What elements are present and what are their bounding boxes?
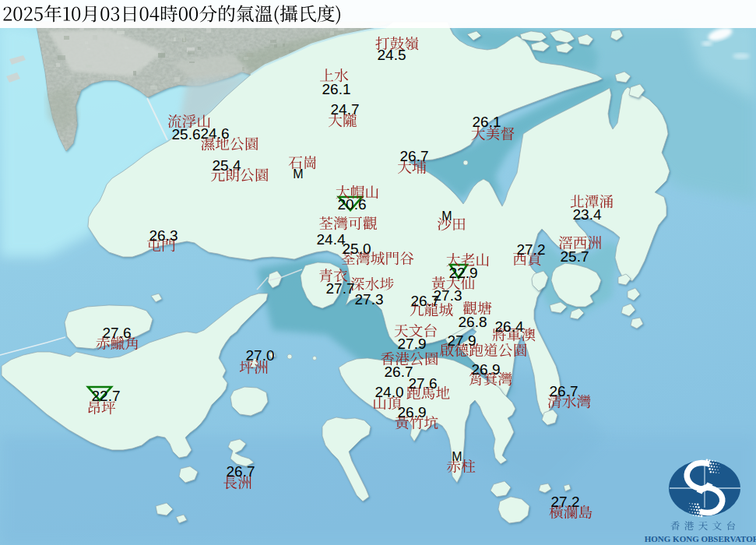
svg-text:27.7: 27.7 bbox=[326, 280, 355, 297]
svg-text:27.2: 27.2 bbox=[551, 494, 580, 510]
svg-text:26.8: 26.8 bbox=[459, 314, 487, 330]
svg-text:26.9: 26.9 bbox=[472, 361, 501, 378]
svg-text:26.7: 26.7 bbox=[400, 148, 429, 164]
svg-text:20.6: 20.6 bbox=[338, 196, 367, 213]
svg-text:26.7: 26.7 bbox=[411, 293, 440, 309]
svg-text:M: M bbox=[452, 450, 462, 463]
svg-text:M: M bbox=[441, 209, 452, 223]
svg-text:27.0: 27.0 bbox=[246, 347, 275, 364]
svg-text:27.2: 27.2 bbox=[517, 241, 546, 258]
svg-text:26.7: 26.7 bbox=[550, 383, 578, 399]
svg-text:25.0: 25.0 bbox=[343, 241, 371, 257]
svg-text:26.3: 26.3 bbox=[149, 227, 178, 244]
svg-text:M: M bbox=[293, 167, 303, 181]
svg-text:27.3: 27.3 bbox=[355, 291, 384, 308]
svg-text:27.6: 27.6 bbox=[103, 325, 132, 341]
svg-text:25.4: 25.4 bbox=[213, 157, 241, 174]
svg-text:24.7: 24.7 bbox=[331, 101, 360, 118]
svg-text:24.6: 24.6 bbox=[201, 125, 230, 142]
svg-text:22.9: 22.9 bbox=[449, 265, 478, 281]
svg-text:27.9: 27.9 bbox=[398, 336, 427, 352]
svg-text:24.5: 24.5 bbox=[378, 47, 406, 63]
svg-text:26.7: 26.7 bbox=[227, 463, 255, 480]
svg-text:26.4: 26.4 bbox=[495, 318, 524, 335]
svg-text:23.4: 23.4 bbox=[573, 206, 602, 223]
svg-text:25.6: 25.6 bbox=[172, 126, 201, 142]
svg-text:25.7: 25.7 bbox=[561, 248, 589, 265]
svg-text:HONG KONG OBSERVATORY: HONG KONG OBSERVATORY bbox=[645, 534, 756, 543]
svg-text:27.6: 27.6 bbox=[409, 375, 438, 392]
svg-text:26.9: 26.9 bbox=[398, 404, 427, 420]
svg-text:22.7: 22.7 bbox=[92, 388, 121, 404]
svg-text:24.0: 24.0 bbox=[375, 384, 404, 400]
svg-text:24.4: 24.4 bbox=[317, 231, 346, 248]
svg-text:26.1: 26.1 bbox=[322, 81, 351, 97]
svg-text:27.9: 27.9 bbox=[448, 332, 476, 349]
svg-text:26.1: 26.1 bbox=[473, 114, 501, 130]
